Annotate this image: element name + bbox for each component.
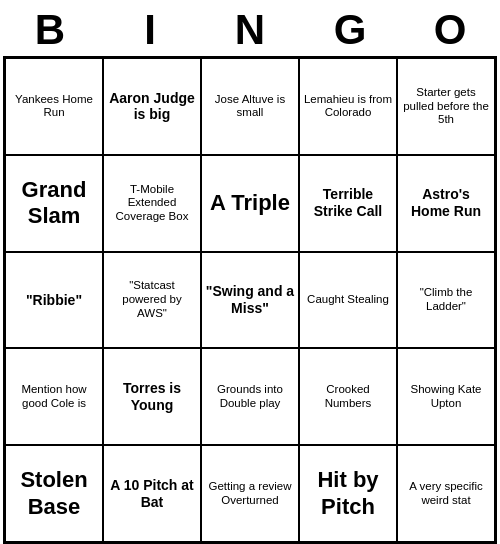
bingo-cell-9[interactable]: Astro's Home Run	[397, 155, 495, 252]
bingo-cell-16[interactable]: Torres is Young	[103, 348, 201, 445]
bingo-cell-23[interactable]: Hit by Pitch	[299, 445, 397, 542]
bingo-cell-14[interactable]: "Climb the Ladder"	[397, 252, 495, 349]
bingo-letter-i: I	[100, 6, 200, 54]
bingo-cell-7[interactable]: A Triple	[201, 155, 299, 252]
bingo-cell-2[interactable]: Jose Altuve is small	[201, 58, 299, 155]
bingo-cell-0[interactable]: Yankees Home Run	[5, 58, 103, 155]
bingo-cell-5[interactable]: Grand Slam	[5, 155, 103, 252]
bingo-cell-8[interactable]: Terrible Strike Call	[299, 155, 397, 252]
bingo-grid: Yankees Home RunAaron Judge is bigJose A…	[3, 56, 497, 544]
bingo-cell-18[interactable]: Crooked Numbers	[299, 348, 397, 445]
bingo-cell-10[interactable]: "Ribbie"	[5, 252, 103, 349]
bingo-cell-22[interactable]: Getting a review Overturned	[201, 445, 299, 542]
bingo-letter-g: G	[300, 6, 400, 54]
bingo-cell-17[interactable]: Grounds into Double play	[201, 348, 299, 445]
bingo-cell-3[interactable]: Lemahieu is from Colorado	[299, 58, 397, 155]
bingo-cell-12[interactable]: "Swing and a Miss"	[201, 252, 299, 349]
bingo-letter-o: O	[400, 6, 500, 54]
bingo-cell-19[interactable]: Showing Kate Upton	[397, 348, 495, 445]
bingo-letter-b: B	[0, 6, 100, 54]
bingo-cell-15[interactable]: Mention how good Cole is	[5, 348, 103, 445]
bingo-cell-4[interactable]: Starter gets pulled before the 5th	[397, 58, 495, 155]
bingo-cell-24[interactable]: A very specific weird stat	[397, 445, 495, 542]
bingo-cell-11[interactable]: "Statcast powered by AWS"	[103, 252, 201, 349]
bingo-header: BINGO	[0, 0, 500, 56]
bingo-cell-20[interactable]: Stolen Base	[5, 445, 103, 542]
bingo-cell-13[interactable]: Caught Stealing	[299, 252, 397, 349]
bingo-cell-1[interactable]: Aaron Judge is big	[103, 58, 201, 155]
bingo-cell-21[interactable]: A 10 Pitch at Bat	[103, 445, 201, 542]
bingo-cell-6[interactable]: T-Mobile Extended Coverage Box	[103, 155, 201, 252]
bingo-letter-n: N	[200, 6, 300, 54]
